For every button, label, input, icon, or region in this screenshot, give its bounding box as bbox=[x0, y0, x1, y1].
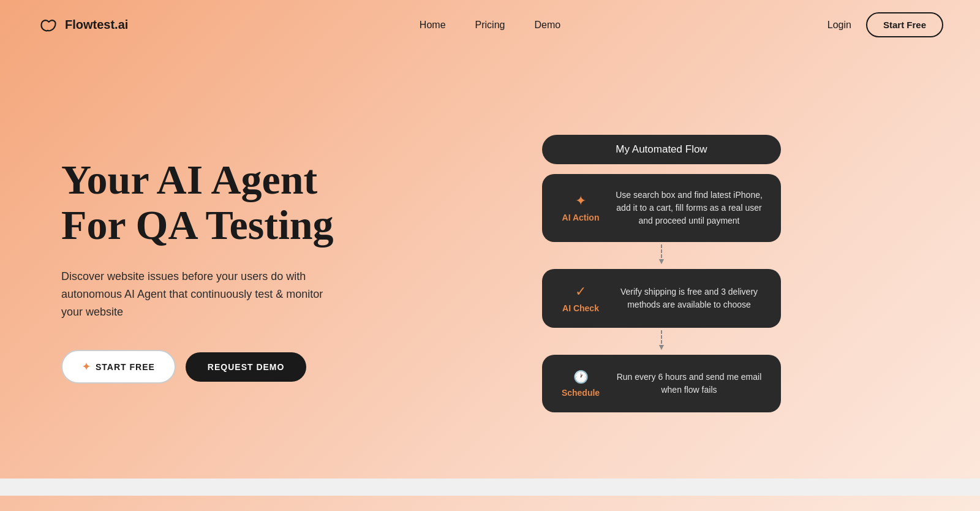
flow-card-schedule: 🕐 Schedule Run every 6 hours and send me… bbox=[542, 355, 781, 412]
flow-diagram: My Automated Flow ✦ AI Action Use search… bbox=[542, 135, 781, 412]
login-button[interactable]: Login bbox=[827, 20, 851, 31]
nav-home[interactable]: Home bbox=[420, 20, 446, 31]
schedule-label: Schedule bbox=[562, 388, 600, 398]
logo-text: Flowtest.ai bbox=[65, 18, 128, 32]
schedule-icon: 🕐 bbox=[573, 369, 589, 384]
nav-demo[interactable]: Demo bbox=[534, 20, 560, 31]
hero-subtitle: Discover website issues before your user… bbox=[61, 268, 331, 320]
flow-card-ai-action: ✦ AI Action Use search box and find late… bbox=[542, 174, 781, 242]
hero-left: Your AI Agent For QA Testing Discover we… bbox=[61, 157, 380, 384]
connector-2: ▼ bbox=[657, 330, 666, 352]
start-free-button[interactable]: ✦ START FREE bbox=[61, 350, 176, 384]
hero-right: My Automated Flow ✦ AI Action Use search… bbox=[380, 129, 943, 412]
hero-section: Your AI Agent For QA Testing Discover we… bbox=[0, 50, 980, 479]
nav-actions: Login Start Free bbox=[827, 12, 943, 37]
ai-action-label: AI Action bbox=[562, 213, 600, 222]
flow-card-ai-check: ✓ AI Check Verify shipping is free and 3… bbox=[542, 269, 781, 328]
arrow-down-2: ▼ bbox=[657, 343, 666, 352]
ai-action-icon: ✦ bbox=[575, 193, 586, 209]
schedule-description: Run every 6 hours and send me email when… bbox=[614, 371, 764, 396]
ai-action-description: Use search box and find latest iPhone, a… bbox=[614, 189, 764, 227]
wand-icon: ✦ bbox=[82, 361, 91, 373]
hero-title: Your AI Agent For QA Testing bbox=[61, 157, 380, 249]
ai-check-icon-label: ✓ AI Check bbox=[559, 284, 602, 313]
logo[interactable]: Flowtest.ai bbox=[37, 17, 128, 34]
start-free-nav-button[interactable]: Start Free bbox=[866, 12, 943, 37]
flow-title-card: My Automated Flow bbox=[542, 135, 781, 164]
request-demo-button[interactable]: REQUEST DEMO bbox=[186, 352, 307, 382]
nav-pricing[interactable]: Pricing bbox=[475, 20, 505, 31]
ai-check-icon: ✓ bbox=[575, 284, 586, 300]
start-free-label: START FREE bbox=[96, 362, 155, 372]
ai-check-description: Verify shipping is free and 3 delivery m… bbox=[614, 286, 764, 311]
navbar: Flowtest.ai Home Pricing Demo Login Star… bbox=[0, 0, 980, 50]
ai-action-icon-label: ✦ AI Action bbox=[559, 193, 602, 222]
bottom-bar bbox=[0, 479, 980, 496]
arrow-down-1: ▼ bbox=[657, 257, 666, 267]
flow-title-text: My Automated Flow bbox=[616, 143, 707, 155]
connector-1: ▼ bbox=[657, 244, 666, 267]
hero-buttons: ✦ START FREE REQUEST DEMO bbox=[61, 350, 380, 384]
schedule-icon-label: 🕐 Schedule bbox=[559, 369, 602, 398]
nav-links: Home Pricing Demo bbox=[420, 20, 560, 31]
ai-check-label: AI Check bbox=[562, 303, 599, 313]
